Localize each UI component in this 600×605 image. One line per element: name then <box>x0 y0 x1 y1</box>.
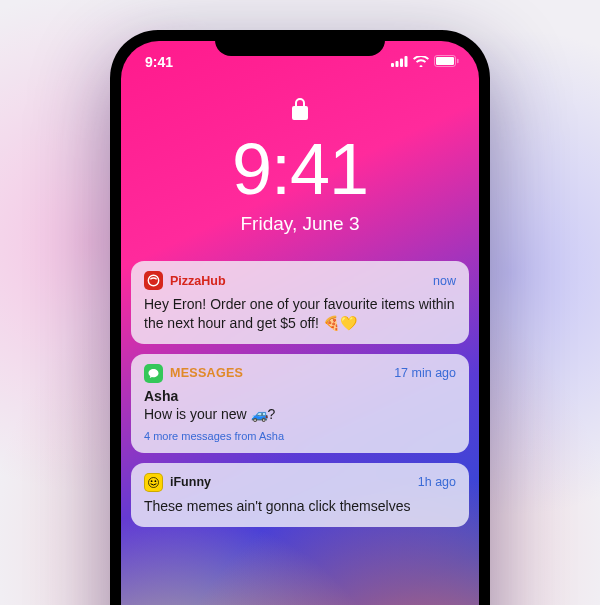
lock-date: Friday, June 3 <box>121 213 479 235</box>
notification-body: Hey Eron! Order one of your favourite it… <box>144 295 456 333</box>
notification-body: How is your new 🚙? <box>144 405 456 424</box>
notification-title: Asha <box>144 388 456 404</box>
notification-time: 1h ago <box>418 475 456 489</box>
notification-list: PizzaHub now Hey Eron! Order one of your… <box>121 261 479 527</box>
lock-screen[interactable]: 9:41 9:41 Friday, June 3 <box>121 41 479 605</box>
notch <box>215 30 385 56</box>
notification-body: These memes ain't gonna click themselves <box>144 497 456 516</box>
notification-messages[interactable]: MESSAGES 17 min ago Asha How is your new… <box>131 354 469 453</box>
pizzahub-icon <box>144 271 163 290</box>
lock-area: 9:41 Friday, June 3 <box>121 97 479 235</box>
notification-time: 17 min ago <box>394 366 456 380</box>
lock-icon <box>291 97 309 125</box>
ifunny-icon <box>144 473 163 492</box>
app-name: PizzaHub <box>170 274 426 288</box>
notification-more: 4 more messages from Asha <box>144 430 456 442</box>
app-name: iFunny <box>170 475 411 489</box>
svg-rect-3 <box>405 56 408 67</box>
phone-frame: 9:41 9:41 Friday, June 3 <box>110 30 490 605</box>
battery-icon <box>434 54 459 70</box>
status-indicators <box>391 54 459 70</box>
notification-time: now <box>433 274 456 288</box>
cellular-icon <box>391 54 408 70</box>
svg-rect-2 <box>400 59 403 68</box>
svg-point-8 <box>149 477 159 487</box>
svg-point-10 <box>155 480 157 482</box>
messages-icon <box>144 364 163 383</box>
notification-ifunny[interactable]: iFunny 1h ago These memes ain't gonna cl… <box>131 463 469 527</box>
svg-point-9 <box>151 480 153 482</box>
notification-pizzahub[interactable]: PizzaHub now Hey Eron! Order one of your… <box>131 261 469 344</box>
app-name: MESSAGES <box>170 366 387 380</box>
svg-rect-0 <box>391 63 394 67</box>
wifi-icon <box>413 54 429 70</box>
svg-point-7 <box>148 275 158 285</box>
svg-rect-5 <box>436 57 454 65</box>
svg-rect-6 <box>457 59 459 63</box>
status-time: 9:41 <box>145 54 173 70</box>
lock-time: 9:41 <box>121 133 479 205</box>
svg-rect-1 <box>396 61 399 67</box>
